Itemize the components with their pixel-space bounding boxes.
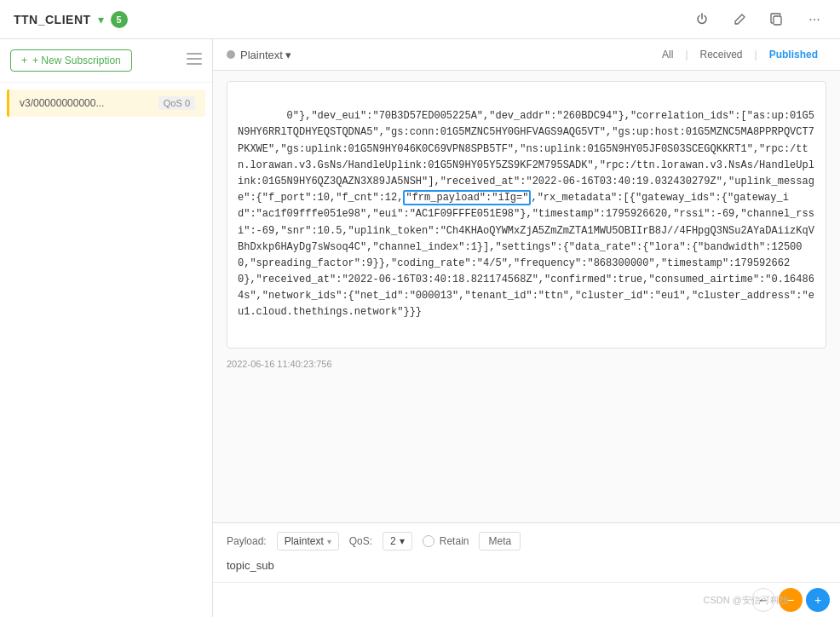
publish-controls: Payload: Plaintext ▾ QoS: 2 ▾ Retain Met… — [227, 532, 826, 551]
tab-divider-2: | — [755, 49, 757, 61]
new-subscription-button[interactable]: + + New Subscription — [10, 49, 132, 72]
title-left: TTN_CLIENT ▾ 5 — [14, 11, 128, 28]
title-right: ··· — [690, 8, 826, 32]
payload-format-value: Plaintext — [285, 535, 324, 547]
format-status-dot — [227, 50, 235, 59]
title-bar: TTN_CLIENT ▾ 5 ··· — [0, 0, 840, 39]
sidebar: + + New Subscription v3/00000000000... Q… — [0, 39, 213, 617]
payload-format-chevron-icon: ▾ — [327, 537, 331, 546]
plus-button[interactable]: + — [806, 588, 830, 612]
retain-label: Retain — [440, 535, 469, 547]
svg-rect-2 — [187, 58, 202, 60]
topic-input[interactable] — [227, 557, 826, 574]
subscription-topic: v3/00000000000... — [20, 97, 104, 109]
new-subscription-label: + New Subscription — [32, 55, 121, 66]
payload-label: Payload: — [227, 535, 267, 547]
message-box: 0"},"dev_eui":"70B3D57ED005225A","dev_ad… — [227, 81, 826, 349]
app-title: TTN_CLIENT — [14, 13, 91, 26]
qos-select[interactable]: 2 ▾ — [383, 532, 412, 551]
topic-input-row — [227, 557, 826, 574]
chevron-down-icon[interactable]: ▾ — [98, 13, 104, 26]
retain-control[interactable]: Retain — [423, 535, 469, 547]
main-layout: + + New Subscription v3/00000000000... Q… — [0, 39, 840, 617]
qos-value: 2 — [390, 535, 396, 547]
connection-badge: 5 — [111, 11, 128, 28]
sidebar-top: + + New Subscription — [0, 49, 212, 83]
tab-received[interactable]: Received — [692, 46, 751, 63]
publish-area: Payload: Plaintext ▾ QoS: 2 ▾ Retain Met… — [213, 522, 840, 582]
payload-format: Plaintext ▾ — [227, 49, 291, 61]
format-label[interactable]: Plaintext ▾ — [240, 49, 291, 61]
list-icon[interactable] — [187, 53, 202, 68]
edit-icon[interactable] — [728, 8, 751, 32]
watermark: CSDN @安信可科技 — [704, 594, 789, 607]
plus-icon: + — [814, 593, 821, 607]
message-text-after: ,"rx_metadata":[{"gateway_ids":{"gateway… — [238, 192, 814, 318]
svg-rect-1 — [187, 53, 202, 55]
highlighted-payload: "frm_payload":"iIg=" — [403, 190, 531, 205]
payload-format-select[interactable]: Plaintext ▾ — [277, 532, 339, 551]
svg-rect-0 — [774, 16, 781, 25]
retain-radio[interactable] — [423, 535, 434, 547]
svg-rect-3 — [187, 63, 202, 65]
tab-divider-1: | — [685, 49, 688, 61]
copy-icon[interactable] — [765, 8, 789, 32]
content-area: Plaintext ▾ All | Received | Published 0… — [213, 39, 840, 617]
message-header: Plaintext ▾ All | Received | Published — [213, 39, 840, 71]
subscription-item[interactable]: v3/00000000000... QoS 0 — [7, 89, 205, 117]
more-icon[interactable]: ··· — [803, 8, 826, 32]
tab-published[interactable]: Published — [761, 46, 826, 63]
format-chevron-icon: ▾ — [285, 49, 291, 61]
meta-button[interactable]: Meta — [479, 532, 521, 551]
message-timestamp: 2022-06-16 11:40:23:756 — [227, 355, 826, 372]
tab-all[interactable]: All — [653, 46, 682, 63]
power-icon[interactable] — [690, 8, 714, 32]
message-display[interactable]: 0"},"dev_eui":"70B3D57ED005225A","dev_ad… — [213, 71, 840, 522]
subscription-qos: QoS 0 — [158, 96, 195, 110]
qos-label: QoS: — [349, 535, 372, 547]
format-label-text: Plaintext — [240, 49, 283, 61]
qos-chevron-icon: ▾ — [400, 535, 405, 547]
plus-icon: + — [21, 55, 27, 66]
filter-tabs: All | Received | Published — [653, 46, 826, 63]
